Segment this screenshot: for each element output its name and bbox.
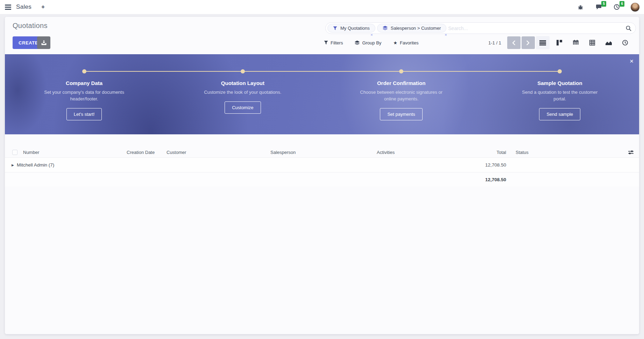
onboarding-step-order-confirmation: Order Confirmation Choose between electr… xyxy=(322,54,481,134)
timeline-dot xyxy=(399,69,403,73)
layers-icon xyxy=(355,41,360,45)
column-header-activities[interactable]: Activities xyxy=(374,150,457,155)
table-footer-row: 12,708.50 xyxy=(5,172,639,186)
group-total: 12,708.50 xyxy=(457,162,507,168)
onboarding-step-company-data: Company Data Set your company's data for… xyxy=(5,54,163,134)
column-header-salesperson[interactable]: Salesperson xyxy=(268,150,374,155)
timeline-dot xyxy=(82,69,86,73)
pager: 1-1 / 1 xyxy=(488,36,535,49)
content-card: Quotations My Quotations Salesperson > C… xyxy=(5,17,639,334)
step-description: Send a quotation to test the customer po… xyxy=(516,89,604,103)
set-payments-button[interactable]: Set payments xyxy=(380,108,423,120)
view-graph-button[interactable] xyxy=(602,36,615,49)
optional-columns-icon[interactable] xyxy=(628,150,634,155)
step-title: Company Data xyxy=(5,80,163,86)
table-group-row[interactable]: ▶ Mitchell Admin (7) 12,708.50 xyxy=(5,157,639,172)
debug-bug-icon[interactable] xyxy=(576,2,585,12)
search-facet-groupby[interactable]: Salesperson > Customer xyxy=(377,24,446,33)
apps-menu-icon[interactable] xyxy=(0,0,16,14)
footer-total: 12,708.50 xyxy=(457,177,507,182)
column-header-customer[interactable]: Customer xyxy=(164,150,268,155)
navbar-systray: 5 6 xyxy=(576,2,644,12)
pager-range: 1-1 / 1 xyxy=(488,40,501,45)
pivot-view-icon xyxy=(589,40,595,45)
calendar-view-icon xyxy=(573,40,579,45)
export-button[interactable] xyxy=(37,36,50,49)
onboarding-banner: × Company Data Set your company's data f… xyxy=(5,54,639,134)
pager-prev-button[interactable] xyxy=(507,36,521,49)
view-kanban-button[interactable] xyxy=(552,36,566,49)
search-bar[interactable]: My Quotations Salesperson > Customer × × xyxy=(325,22,636,34)
step-description: Set your company's data for documents he… xyxy=(40,89,128,103)
chevron-right-icon xyxy=(526,41,530,45)
step-description: Customize the look of your quotations. xyxy=(199,89,287,96)
facet-remove-icon[interactable]: × xyxy=(445,33,447,37)
activities-clock-icon[interactable]: 6 xyxy=(612,2,621,12)
step-title: Quotation Layout xyxy=(163,80,322,86)
onboarding-step-quotation-layout: Quotation Layout Customize the look of y… xyxy=(163,54,322,134)
filters-dropdown[interactable]: Filters xyxy=(324,40,343,45)
column-header-status[interactable]: Status xyxy=(507,150,622,155)
list-view-icon xyxy=(539,40,546,45)
groupby-dropdown[interactable]: Group By xyxy=(355,40,381,45)
search-options: Filters Group By ★ Favorites xyxy=(324,36,418,49)
send-sample-button[interactable]: Send sample xyxy=(539,108,580,120)
expand-caret-icon[interactable]: ▶ xyxy=(12,163,14,167)
timeline-dot xyxy=(558,69,562,73)
pager-next-button[interactable] xyxy=(522,36,535,49)
facet-label: My Quotations xyxy=(340,26,370,31)
app-name[interactable]: Sales xyxy=(16,3,31,10)
view-calendar-button[interactable] xyxy=(569,36,582,49)
groupby-label: Group By xyxy=(362,40,381,45)
view-activity-button[interactable] xyxy=(618,36,632,49)
filters-label: Filters xyxy=(331,40,343,45)
step-description: Choose between electronic signatures or … xyxy=(357,89,445,103)
step-title: Sample Quotation xyxy=(481,80,639,86)
view-list-button[interactable] xyxy=(536,36,550,49)
star-icon: ★ xyxy=(393,41,397,45)
page-title: Quotations xyxy=(13,22,48,30)
layers-icon xyxy=(383,26,388,30)
plus-icon[interactable]: + xyxy=(41,3,45,10)
view-switcher xyxy=(536,36,632,49)
onboarding-step-sample-quotation: Sample Quotation Send a quotation to tes… xyxy=(481,54,639,134)
filter-icon xyxy=(324,41,328,45)
activities-badge: 6 xyxy=(620,1,624,7)
kanban-view-icon xyxy=(557,40,562,45)
search-facet-my-quotations[interactable]: My Quotations xyxy=(327,24,375,33)
messages-badge: 5 xyxy=(601,1,606,7)
column-header-creation-date[interactable]: Creation Date xyxy=(124,150,164,155)
lets-start-button[interactable]: Let's start! xyxy=(66,108,102,120)
view-pivot-button[interactable] xyxy=(585,36,599,49)
user-avatar[interactable] xyxy=(630,2,640,12)
column-header-total[interactable]: Total xyxy=(457,150,507,155)
select-all-checkbox[interactable] xyxy=(12,150,17,155)
favorites-dropdown[interactable]: ★ Favorites xyxy=(393,40,418,45)
activity-view-icon xyxy=(622,40,628,45)
graph-view-icon xyxy=(606,40,612,45)
search-icon[interactable] xyxy=(626,26,631,31)
facet-label: Salesperson > Customer xyxy=(391,26,441,31)
download-icon xyxy=(41,40,47,45)
search-input[interactable] xyxy=(448,26,624,31)
table-header: Number Creation Date Customer Salesperso… xyxy=(5,147,639,157)
step-title: Order Confirmation xyxy=(322,80,481,86)
favorites-label: Favorites xyxy=(400,40,418,45)
top-navbar: Sales + 5 6 xyxy=(0,0,644,14)
customize-button[interactable]: Customize xyxy=(225,101,261,114)
column-header-number[interactable]: Number xyxy=(20,150,124,155)
timeline-dot xyxy=(241,69,245,73)
messages-icon[interactable]: 5 xyxy=(594,2,603,12)
group-label: Mitchell Admin (7) xyxy=(17,162,54,168)
filter-icon xyxy=(333,26,337,30)
chevron-left-icon xyxy=(512,41,515,45)
hamburger-icon xyxy=(5,5,11,10)
